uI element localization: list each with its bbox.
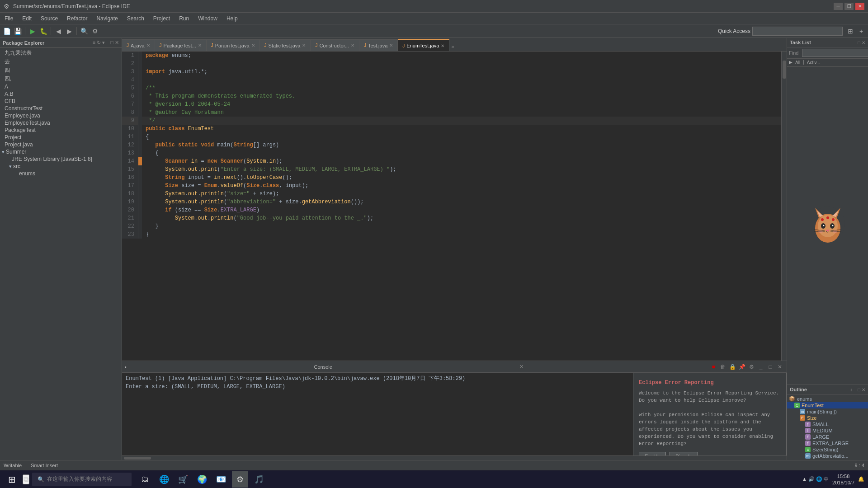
line-code[interactable] [142,76,781,84]
line-code[interactable]: Size size = Enum.valueOf(Size.class, inp… [142,182,781,190]
sync-icon[interactable]: ↻ [97,40,101,46]
minimize-button[interactable]: ─ [834,3,843,10]
new-perspective-button[interactable]: + [856,26,866,36]
h-scrollbar-thumb[interactable] [124,457,151,460]
tab-packagetest[interactable]: J PackageTest... ✕ [155,39,207,51]
line-code[interactable]: System.out.println("size=" + size); [142,190,781,198]
tab-paramtest[interactable]: J ParamTest.java ✕ [207,39,260,51]
line-code[interactable]: if (size == Size.EXTRA_LARGE) [142,206,781,214]
pkg-tree-item[interactable]: ConstructorTest [0,105,122,112]
outline-size-constructor[interactable]: c Size(String) [787,446,868,453]
pkg-tree-item[interactable]: Project [0,134,122,141]
outline-enumtest[interactable]: C EnumTest [787,402,868,408]
line-code[interactable]: public static void main(String[] args) [142,141,781,149]
search-button[interactable]: 🔍 [79,26,89,36]
line-code[interactable]: System.out.println("abbreviation=" + siz… [142,198,781,206]
menu-navigate[interactable]: Navigate [92,14,122,23]
settings-button[interactable]: ⚙ [90,26,100,36]
tab-close-constructor[interactable]: ✕ [351,43,354,48]
line-code[interactable]: * @author Cay Horstmann [142,108,781,117]
taskbar-globe[interactable]: 🌍 [194,471,210,488]
menu-window[interactable]: Window [193,14,222,23]
outline-maximize[interactable]: □ [858,387,860,392]
tab-enumtest[interactable]: J EnumTest.java ✕ [398,39,449,51]
forward-button[interactable]: ▶ [64,26,74,36]
collapse-icon[interactable]: ≡ [93,40,95,46]
filter-activ[interactable]: Activ... [805,60,822,66]
menu-run[interactable]: Run [175,14,193,23]
debug-button[interactable]: 🐛 [38,26,48,36]
pkg-tree-item[interactable]: A.B [0,90,122,98]
save-button[interactable]: 💾 [13,26,23,36]
restore-button[interactable]: ❐ [844,3,854,10]
pkg-tree-item[interactable]: 四, [0,75,122,83]
taskbar-mail[interactable]: 📧 [213,471,229,488]
menu-edit[interactable]: Edit [18,14,36,23]
console-minimize[interactable]: _ [757,363,765,371]
menu-refactor[interactable]: Refactor [62,14,92,23]
line-code[interactable]: } [142,230,781,239]
tab-close-packagetest[interactable]: ✕ [198,43,202,48]
outline-size[interactable]: E Size [787,415,868,421]
horizontal-scrollbar[interactable] [122,455,787,460]
scrollbar-thumb[interactable] [783,61,786,79]
line-code[interactable]: import java.util.*; [142,68,781,76]
console-close[interactable]: ✕ [776,363,784,371]
line-code[interactable]: } [142,222,781,230]
outline-get-abbrev[interactable]: m getAbbreviatio... [787,453,868,459]
tab-close-testjava[interactable]: ✕ [389,43,393,48]
menu-search[interactable]: Search [123,14,149,23]
more-tabs-icon[interactable]: » [449,42,456,51]
quick-access-input[interactable] [752,27,843,36]
pkg-tree-item[interactable]: CFB [0,98,122,105]
pkg-tree-item[interactable]: 去 [0,57,122,66]
line-code[interactable]: String input = in.next().toUpperCase(); [142,174,781,182]
pkg-tree-item[interactable]: EmployeeTest.java [0,119,122,127]
tab-testjava[interactable]: J Test.java ✕ [359,39,398,51]
console-pin[interactable]: 📌 [738,363,746,371]
task-list-search[interactable] [802,49,868,57]
menu-project[interactable]: Project [149,14,175,23]
task-list-maximize[interactable]: □ [858,40,860,45]
pkg-tree-item[interactable]: Project.java [0,141,122,148]
tab-close-paramtest[interactable]: ✕ [251,43,255,48]
close-button[interactable]: ✕ [855,3,864,10]
close-panel-icon[interactable]: ✕ [115,40,119,46]
outline-large[interactable]: f LARGE [787,434,868,440]
notification-icon[interactable]: 🔔 [858,476,864,482]
line-code[interactable]: package enums; [142,52,781,60]
taskbar-music[interactable]: 🎵 [251,471,267,488]
filter-all[interactable]: All [793,60,802,66]
perspective-button[interactable]: ⊞ [845,26,855,36]
tab-close-statictest[interactable]: ✕ [302,43,306,48]
menu-file[interactable]: File [0,14,18,23]
tab-constructor[interactable]: J Constructor... ✕ [311,39,359,51]
code-editor[interactable]: 1package enums;2 3import java.util.*;4 5… [122,52,781,361]
line-code[interactable]: */ [142,117,781,125]
line-code[interactable]: Scanner in = new Scanner(System.in); [142,157,781,165]
disable-button[interactable]: Disable [670,452,698,455]
vertical-scrollbar[interactable] [781,52,787,361]
line-code[interactable]: * This program demonstrates enumerated t… [142,92,781,100]
tab-statictest[interactable]: J StaticTest.java ✕ [260,39,311,51]
line-code[interactable]: System.out.println("Good job--you paid a… [142,214,781,222]
line-code[interactable] [142,60,781,68]
line-code[interactable]: public class EnumTest [142,125,781,133]
outline-medium[interactable]: f MEDIUM [787,427,868,434]
back-button[interactable]: ◀ [53,26,63,36]
console-settings[interactable]: ⚙ [747,363,755,371]
console-scroll-lock[interactable]: 🔒 [728,363,736,371]
taskbar-eclipse[interactable]: ⚙ [232,471,248,488]
stop-button[interactable]: ■ [709,363,717,371]
pkg-tree-item[interactable]: A [0,83,122,90]
pkg-tree-item[interactable]: PackageTest [0,127,122,134]
menu-source[interactable]: Source [36,14,62,23]
taskview-button[interactable]: ⧉ [23,474,29,484]
pkg-tree-item[interactable]: ▾src [0,163,122,170]
line-code[interactable]: { [142,149,781,157]
console-maximize[interactable]: □ [766,363,774,371]
start-button[interactable]: ⊞ [4,471,20,488]
view-menu-icon[interactable]: ▾ [102,40,105,46]
search-bar[interactable]: 🔍 在这里输入你要搜索的内容 [32,473,132,486]
line-code[interactable]: System.out.print("Enter a size: (SMALL, … [142,165,781,174]
